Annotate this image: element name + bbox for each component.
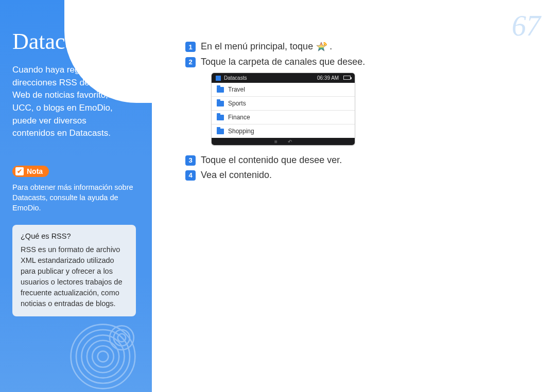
step-3: 3 Toque el contenido que desee ver.	[185, 155, 515, 166]
menu-icon[interactable]: ≡	[274, 139, 277, 145]
list-item[interactable]: Sports	[212, 97, 355, 111]
device-header: Datacasts 06:39 AM	[212, 73, 355, 83]
rss-answer: RSS es un formato de archivo XML estanda…	[21, 244, 128, 309]
svg-point-9	[118, 334, 126, 342]
back-icon[interactable]: ↶	[288, 139, 292, 145]
folder-icon	[217, 87, 224, 93]
check-icon: ✔	[15, 167, 24, 175]
step-text: Vea el contenido.	[201, 170, 272, 181]
step-text: Toque la carpeta de canales que desee.	[201, 57, 365, 67]
nota-text: Para obtener más información sobre Datac…	[12, 182, 140, 213]
battery-icon	[343, 76, 351, 80]
step-4: 4 Vea el contenido.	[185, 170, 515, 181]
step-text: En el menú principal, toque .	[201, 41, 332, 52]
device-title: Datacasts	[224, 75, 247, 81]
rss-info-box: ¿Qué es RSS? RSS es un formato de archiv…	[12, 225, 136, 316]
device-footer: ≡ ↶	[212, 138, 355, 145]
svg-marker-0	[103, 37, 118, 51]
step-badge: 1	[185, 42, 196, 52]
sidebar: Datacasts Cuando haya registrado direcci…	[0, 0, 152, 392]
svg-point-2	[76, 330, 130, 383]
svg-point-8	[114, 330, 130, 346]
folder-list: Travel Sports Finance Shopping	[212, 83, 355, 138]
svg-point-1	[71, 325, 135, 389]
step-badge: 4	[185, 170, 196, 181]
step-text: Toque el contenido que desee ver.	[201, 155, 342, 166]
page-number: 67	[512, 9, 541, 42]
svg-point-5	[92, 346, 114, 367]
decorative-swirl	[70, 323, 136, 390]
app-indicator-icon	[216, 76, 221, 81]
device-time: 06:39 AM	[317, 75, 339, 81]
svg-point-6	[98, 351, 109, 362]
folder-icon	[217, 115, 224, 120]
list-item[interactable]: Travel	[212, 83, 355, 97]
step-badge: 3	[185, 155, 196, 166]
list-item[interactable]: Shopping	[212, 124, 355, 138]
list-item[interactable]: Finance	[212, 111, 355, 124]
page-title: Datacasts	[12, 28, 140, 55]
device-screenshot: Datacasts 06:39 AM Travel Sports Finance	[211, 73, 355, 146]
nota-badge: ✔ Nota	[12, 166, 49, 177]
rss-question: ¿Qué es RSS?	[21, 232, 128, 240]
folder-icon	[217, 129, 224, 134]
svg-point-4	[87, 341, 119, 372]
svg-marker-10	[317, 42, 326, 51]
datacasts-star-icon	[102, 33, 120, 50]
main-content: 1 En el menú principal, toque . 2 Toque …	[185, 41, 515, 185]
folder-icon	[217, 101, 224, 106]
svg-point-3	[81, 335, 124, 378]
step-1: 1 En el menú principal, toque .	[185, 41, 515, 52]
svg-point-7	[110, 326, 134, 350]
step-badge: 2	[185, 57, 196, 67]
intro-text: Cuando haya registrado direcciones RSS d…	[12, 64, 131, 140]
nota-label: Nota	[27, 167, 43, 175]
title-text: Datacasts	[12, 28, 99, 55]
step-2: 2 Toque la carpeta de canales que desee.	[185, 57, 515, 67]
datacasts-star-icon	[316, 41, 327, 52]
